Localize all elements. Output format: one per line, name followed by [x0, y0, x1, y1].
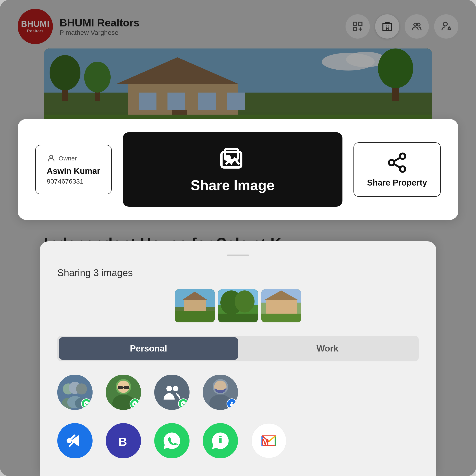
owner-phone: 9074676331	[47, 178, 100, 185]
apps-row: B M	[57, 423, 419, 458]
svg-line-41	[394, 164, 400, 168]
share-property-button[interactable]: Share Property	[354, 142, 441, 197]
share-property-label: Share Property	[367, 178, 427, 187]
person-icon	[47, 154, 55, 163]
svg-point-72	[166, 386, 172, 391]
share-property-icon	[386, 152, 408, 174]
contact-1[interactable]	[57, 375, 93, 410]
whatsapp-app-icon[interactable]	[154, 423, 189, 458]
svg-line-42	[394, 158, 400, 161]
svg-text:B: B	[119, 435, 127, 448]
owner-card: Owner Aswin Kumar 9074676331	[35, 145, 112, 194]
share-image-label: Share Image	[191, 177, 274, 193]
contacts-row	[57, 375, 419, 410]
share-sheet-title: Sharing 3 images	[57, 267, 419, 278]
share-sheet: Sharing 3 images	[40, 241, 436, 476]
svg-point-37	[226, 156, 230, 159]
svg-rect-47	[175, 311, 215, 323]
svg-text:M: M	[261, 437, 269, 447]
action-card: Owner Aswin Kumar 9074676331 Share Image…	[18, 119, 458, 220]
share-thumb-1	[175, 289, 215, 323]
share-image-button[interactable]: Share Image	[123, 132, 342, 207]
sheet-handle[interactable]	[227, 255, 249, 256]
owner-label-row: Owner	[47, 154, 100, 163]
share-app-icon[interactable]	[57, 423, 93, 458]
share-images-row	[57, 289, 419, 323]
contacts-badge-3	[178, 398, 189, 409]
share-thumb-2	[218, 289, 258, 323]
svg-rect-70	[124, 386, 129, 389]
whatsapp-badge-1	[81, 398, 92, 409]
svg-point-39	[389, 160, 394, 165]
whatsapp-badge-2	[130, 398, 140, 409]
svg-point-51	[235, 290, 255, 312]
svg-point-38	[400, 153, 405, 159]
svg-rect-57	[261, 314, 301, 323]
share-thumb-3	[261, 289, 301, 323]
svg-rect-52	[218, 314, 258, 323]
gmail-app-icon[interactable]: M	[251, 423, 287, 458]
beacon-app-icon[interactable]: B	[106, 423, 141, 458]
svg-point-78	[231, 402, 233, 404]
contact-3[interactable]	[154, 375, 189, 410]
svg-point-40	[400, 166, 405, 172]
owner-name: Aswin Kumar	[47, 166, 100, 176]
tab-work[interactable]: Work	[238, 337, 417, 360]
whatsapp-business-app-icon[interactable]	[203, 423, 238, 458]
svg-point-61	[76, 383, 87, 394]
tab-personal[interactable]: Personal	[59, 337, 238, 360]
contact-4[interactable]	[203, 375, 238, 410]
contact-2[interactable]	[106, 375, 141, 410]
tab-row: Personal Work	[57, 336, 419, 361]
share-image-icon	[219, 145, 246, 172]
svg-rect-69	[118, 386, 123, 389]
blue-badge-4	[226, 398, 237, 409]
owner-label: Owner	[59, 155, 77, 162]
svg-point-34	[50, 155, 52, 158]
svg-point-73	[173, 386, 178, 391]
